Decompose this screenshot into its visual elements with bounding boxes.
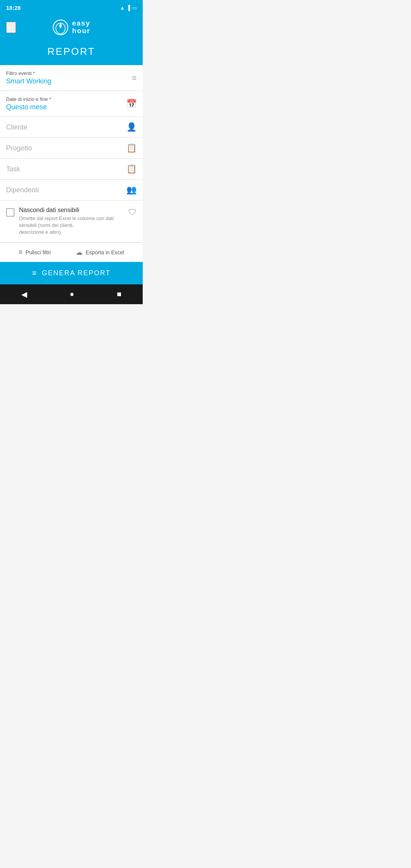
info-icon[interactable]: 🛡 — [128, 207, 137, 217]
bottom-actions: ≡ Pulisci filtri ☁ Esporta in Excel — [0, 243, 143, 262]
logo-text: easy hour — [72, 20, 90, 35]
person-icon: 👤 — [126, 122, 137, 132]
logo-hour: hour — [72, 27, 90, 35]
progetto-field[interactable]: Progetto 📋 — [0, 138, 143, 159]
dipendenti-value: Dipendenti — [6, 186, 122, 194]
nav-back-button[interactable]: ◀ — [15, 288, 33, 300]
nav-recent-button[interactable]: ■ — [111, 288, 127, 300]
dipendenti-field[interactable]: Dipendenti 👥 — [0, 180, 143, 201]
esporta-excel-button[interactable]: ☁ Esporta in Excel — [76, 248, 124, 257]
filtro-eventi-label: Filtro eventi * — [6, 70, 127, 76]
header: ← easy hour — [0, 15, 143, 42]
esporta-excel-label: Esporta in Excel — [86, 249, 124, 255]
date-content: Date di inizio e fine * Questo mese — [6, 96, 122, 111]
nav-home-button[interactable]: ● — [64, 288, 80, 300]
project-icon: 📋 — [126, 143, 137, 153]
cliente-content: Cliente — [6, 123, 122, 131]
export-icon: ☁ — [76, 248, 83, 257]
dipendenti-content: Dipendenti — [6, 186, 122, 194]
back-button[interactable]: ← — [6, 22, 16, 33]
status-icons: ▲ ▐ ▭ — [120, 5, 137, 11]
checkbox-title: Nascondi dati sensibili — [19, 207, 124, 214]
employees-icon: 👥 — [126, 185, 137, 195]
checkbox-wrapper[interactable] — [6, 208, 14, 217]
filtro-eventi-value: Smart Working — [6, 77, 127, 85]
date-value: Questo mese — [6, 103, 122, 111]
logo-icon — [52, 19, 69, 36]
task-field[interactable]: Task 📋 — [0, 159, 143, 180]
nav-bar: ◀ ● ■ — [0, 284, 143, 304]
calendar-icon: 📅 — [126, 99, 137, 109]
page-title: REPORT — [6, 46, 137, 57]
wifi-icon: ▲ — [120, 5, 125, 11]
status-time: 18:28 — [6, 5, 21, 11]
filter-clear-icon: ≡ — [19, 248, 23, 256]
task-value: Task — [6, 165, 122, 173]
genera-report-button[interactable]: ≡ GENERA REPORT — [0, 262, 143, 284]
progetto-content: Progetto — [6, 144, 122, 152]
logo-easy: easy — [72, 20, 90, 27]
title-section: REPORT — [0, 42, 143, 65]
filtro-eventi-field[interactable]: Filtro eventi * Smart Working ≡ — [0, 65, 143, 91]
report-icon: ≡ — [32, 269, 37, 278]
genera-report-label: GENERA REPORT — [42, 269, 111, 277]
form-section: Filtro eventi * Smart Working ≡ Date di … — [0, 65, 143, 284]
task-icon: 📋 — [126, 164, 137, 174]
pulisci-filtri-label: Pulisci filtri — [25, 249, 51, 255]
nascondi-dati-section: Nascondi dati sensibili Omette dal repor… — [0, 201, 143, 243]
status-bar: 18:28 ▲ ▐ ▭ — [0, 0, 143, 15]
filtro-eventi-content: Filtro eventi * Smart Working — [6, 70, 127, 85]
pulisci-filtri-button[interactable]: ≡ Pulisci filtri — [19, 248, 51, 256]
progetto-value: Progetto — [6, 144, 122, 152]
checkbox-desc: Omette dal report Excel le colonne con d… — [19, 215, 124, 236]
date-label: Date di inizio e fine * — [6, 96, 122, 102]
signal-icon: ▐ — [127, 5, 130, 11]
battery-icon: ▭ — [132, 5, 137, 11]
filter-icon: ≡ — [132, 73, 137, 83]
logo-container: easy hour — [52, 19, 90, 36]
nascondi-checkbox[interactable] — [6, 208, 14, 217]
task-content: Task — [6, 165, 122, 173]
date-field[interactable]: Date di inizio e fine * Questo mese 📅 — [0, 91, 143, 117]
cliente-field[interactable]: Cliente 👤 — [0, 117, 143, 138]
cliente-value: Cliente — [6, 123, 122, 131]
checkbox-text-area: Nascondi dati sensibili Omette dal repor… — [19, 207, 124, 236]
